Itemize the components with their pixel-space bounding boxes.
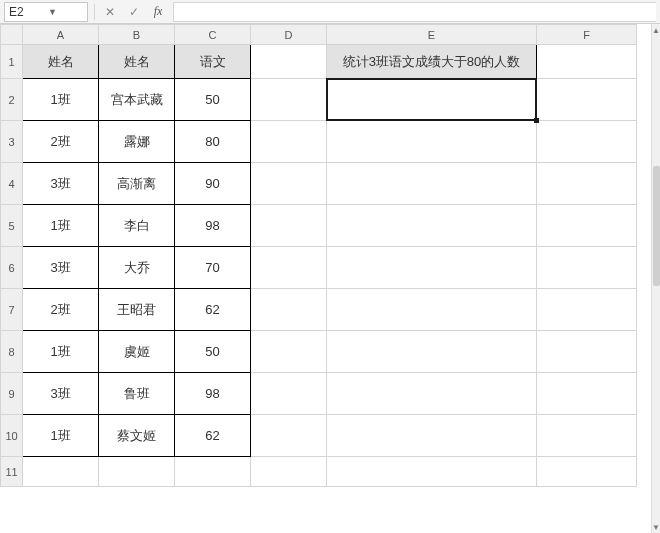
cell-D9[interactable] [251, 373, 327, 415]
row-header-6[interactable]: 6 [1, 247, 23, 289]
cell-B10[interactable]: 蔡文姬 [99, 415, 175, 457]
cell-E3[interactable] [327, 121, 537, 163]
cell-C11[interactable] [175, 457, 251, 487]
col-header-A[interactable]: A [23, 25, 99, 45]
scroll-down-icon[interactable]: ▼ [652, 521, 660, 533]
cell-E9[interactable] [327, 373, 537, 415]
row-header-2[interactable]: 2 [1, 79, 23, 121]
cell-B4[interactable]: 高渐离 [99, 163, 175, 205]
cell-F7[interactable] [537, 289, 637, 331]
scroll-track[interactable] [652, 36, 660, 521]
fx-icon[interactable]: fx [149, 3, 167, 21]
scroll-up-icon[interactable]: ▲ [652, 24, 660, 36]
cell-E1[interactable]: 统计3班语文成绩大于80的人数 [327, 45, 537, 79]
cell-E8[interactable] [327, 331, 537, 373]
cell-E5[interactable] [327, 205, 537, 247]
col-header-C[interactable]: C [175, 25, 251, 45]
cell-F9[interactable] [537, 373, 637, 415]
col-header-D[interactable]: D [251, 25, 327, 45]
cell-F3[interactable] [537, 121, 637, 163]
cell-C6[interactable]: 70 [175, 247, 251, 289]
cell-C8[interactable]: 50 [175, 331, 251, 373]
cell-D8[interactable] [251, 331, 327, 373]
cell-D1[interactable] [251, 45, 327, 79]
worksheet-area[interactable]: A B C D E F 1 姓名 姓名 语文 统计3班语文成绩大于80的人数 2… [0, 24, 660, 533]
cell-C2[interactable]: 50 [175, 79, 251, 121]
cell-D10[interactable] [251, 415, 327, 457]
row-header-10[interactable]: 10 [1, 415, 23, 457]
cell-B11[interactable] [99, 457, 175, 487]
cell-C4[interactable]: 90 [175, 163, 251, 205]
cell-C1[interactable]: 语文 [175, 45, 251, 79]
cell-F10[interactable] [537, 415, 637, 457]
cell-A4[interactable]: 3班 [23, 163, 99, 205]
spreadsheet-grid: A B C D E F 1 姓名 姓名 语文 统计3班语文成绩大于80的人数 2… [0, 24, 637, 487]
row-header-8[interactable]: 8 [1, 331, 23, 373]
select-all-corner[interactable] [1, 25, 23, 45]
cell-B2[interactable]: 宫本武藏 [99, 79, 175, 121]
cell-F2[interactable] [537, 79, 637, 121]
cell-B9[interactable]: 鲁班 [99, 373, 175, 415]
cell-E11[interactable] [327, 457, 537, 487]
cell-B8[interactable]: 虞姬 [99, 331, 175, 373]
cell-F5[interactable] [537, 205, 637, 247]
col-header-B[interactable]: B [99, 25, 175, 45]
cell-A8[interactable]: 1班 [23, 331, 99, 373]
separator [94, 4, 95, 20]
row-header-11[interactable]: 11 [1, 457, 23, 487]
row-header-4[interactable]: 4 [1, 163, 23, 205]
row-header-7[interactable]: 7 [1, 289, 23, 331]
cell-F11[interactable] [537, 457, 637, 487]
cell-C3[interactable]: 80 [175, 121, 251, 163]
chevron-down-icon[interactable]: ▼ [48, 7, 83, 17]
cell-E7[interactable] [327, 289, 537, 331]
row-header-1[interactable]: 1 [1, 45, 23, 79]
cell-D11[interactable] [251, 457, 327, 487]
name-box[interactable]: E2 ▼ [4, 2, 88, 22]
cell-A2[interactable]: 1班 [23, 79, 99, 121]
formula-bar: E2 ▼ ✕ ✓ fx [0, 0, 660, 24]
cell-D4[interactable] [251, 163, 327, 205]
cell-D2[interactable] [251, 79, 327, 121]
cell-D7[interactable] [251, 289, 327, 331]
cell-F6[interactable] [537, 247, 637, 289]
row-header-3[interactable]: 3 [1, 121, 23, 163]
cell-A3[interactable]: 2班 [23, 121, 99, 163]
cell-D3[interactable] [251, 121, 327, 163]
cell-A10[interactable]: 1班 [23, 415, 99, 457]
cell-A9[interactable]: 3班 [23, 373, 99, 415]
cell-B5[interactable]: 李白 [99, 205, 175, 247]
cell-E4[interactable] [327, 163, 537, 205]
scroll-thumb[interactable] [653, 166, 660, 286]
cell-E2-selected[interactable] [327, 79, 537, 121]
cell-B1[interactable]: 姓名 [99, 45, 175, 79]
cell-F1[interactable] [537, 45, 637, 79]
cell-C9[interactable]: 98 [175, 373, 251, 415]
col-header-F[interactable]: F [537, 25, 637, 45]
cell-B3[interactable]: 露娜 [99, 121, 175, 163]
cell-F4[interactable] [537, 163, 637, 205]
row-header-9[interactable]: 9 [1, 373, 23, 415]
cell-C5[interactable]: 98 [175, 205, 251, 247]
cell-F8[interactable] [537, 331, 637, 373]
cell-B7[interactable]: 王昭君 [99, 289, 175, 331]
cell-A1[interactable]: 姓名 [23, 45, 99, 79]
vertical-scrollbar[interactable]: ▲ ▼ [651, 24, 660, 533]
enter-icon[interactable]: ✓ [125, 3, 143, 21]
cell-C7[interactable]: 62 [175, 289, 251, 331]
col-header-E[interactable]: E [327, 25, 537, 45]
cell-B6[interactable]: 大乔 [99, 247, 175, 289]
row-header-5[interactable]: 5 [1, 205, 23, 247]
cell-C10[interactable]: 62 [175, 415, 251, 457]
formula-input[interactable] [173, 2, 656, 22]
cell-A6[interactable]: 3班 [23, 247, 99, 289]
cell-E6[interactable] [327, 247, 537, 289]
cell-A7[interactable]: 2班 [23, 289, 99, 331]
cell-E10[interactable] [327, 415, 537, 457]
cell-D6[interactable] [251, 247, 327, 289]
cancel-icon[interactable]: ✕ [101, 3, 119, 21]
cell-D5[interactable] [251, 205, 327, 247]
cell-A11[interactable] [23, 457, 99, 487]
name-box-value: E2 [9, 5, 44, 19]
cell-A5[interactable]: 1班 [23, 205, 99, 247]
